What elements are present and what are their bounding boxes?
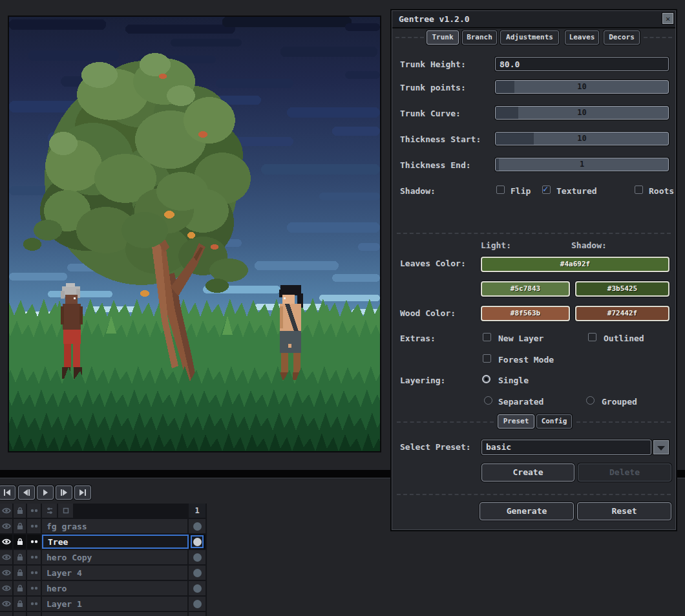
layer-visibility-toggle[interactable] — [0, 535, 12, 549]
thickness-end-slider[interactable]: 1 — [495, 158, 669, 171]
layer-lock-toggle[interactable] — [14, 566, 26, 580]
grouped-radio[interactable] — [586, 396, 595, 405]
reset-button[interactable]: Reset — [577, 502, 671, 520]
thickness-start-label: Thickness Start: — [400, 134, 481, 144]
separated-label[interactable]: Separated — [498, 397, 543, 407]
leaves-light-color-button[interactable]: #5c7843 — [481, 281, 570, 297]
flip-checkbox[interactable] — [496, 186, 505, 194]
cel[interactable] — [189, 519, 206, 533]
layer-name[interactable]: hero Copy — [42, 550, 187, 564]
flip-label[interactable]: Flip — [511, 186, 531, 196]
grouped-label[interactable]: Grouped — [602, 397, 637, 407]
layer-lock-toggle[interactable] — [14, 550, 26, 564]
next-frame-button[interactable] — [56, 485, 72, 500]
roots-checkbox[interactable] — [635, 186, 643, 194]
wood-light-color-button[interactable]: #8f563b — [481, 306, 570, 321]
layer-visibility-toggle[interactable] — [0, 566, 12, 580]
shadow-header: Shadow: — [571, 240, 607, 250]
first-frame-button[interactable] — [0, 485, 16, 500]
trunk-height-input[interactable] — [495, 57, 669, 71]
layer-lock-toggle[interactable] — [14, 597, 26, 611]
leaves-main-color-button[interactable]: #4a692f — [481, 257, 669, 272]
preset-dropdown[interactable]: basic — [481, 440, 651, 455]
layer-visibility-toggle[interactable] — [0, 550, 12, 564]
layer-continuous-toggle[interactable] — [27, 535, 41, 549]
artwork — [9, 17, 380, 451]
trunk-curve-label: Trunk Curve: — [400, 109, 461, 118]
delete-button[interactable]: Delete — [578, 463, 671, 482]
new-layer-label[interactable]: New Layer — [498, 334, 543, 343]
thickness-start-slider[interactable]: 10 — [495, 132, 669, 145]
separator — [397, 494, 671, 495]
layer-lock-toggle[interactable] — [14, 581, 26, 595]
dialog-titlebar[interactable]: Gentree v1.2.0 — [392, 11, 675, 28]
create-button[interactable]: Create — [481, 463, 574, 482]
sprite-canvas[interactable] — [8, 16, 381, 452]
toggle-all-visibility[interactable] — [0, 504, 12, 518]
cel[interactable] — [189, 535, 206, 549]
cel-dot — [193, 600, 202, 608]
tab-config[interactable]: Config — [536, 414, 572, 429]
new-layer-checkbox[interactable] — [483, 333, 491, 341]
previous-frame-button[interactable] — [18, 485, 35, 500]
outlined-checkbox[interactable] — [588, 333, 596, 341]
play-button[interactable] — [37, 485, 54, 500]
cel[interactable] — [189, 597, 206, 611]
last-frame-button[interactable] — [74, 485, 91, 500]
layer-lock-toggle[interactable] — [14, 519, 26, 533]
tab-adjustments[interactable]: Adjustments — [500, 30, 559, 45]
toggle-all-continuous[interactable] — [27, 504, 41, 518]
preset-dropdown-arrow[interactable] — [653, 440, 669, 455]
timeline-settings-button[interactable] — [42, 504, 57, 518]
single-label[interactable]: Single — [498, 376, 529, 385]
cel[interactable] — [189, 566, 206, 580]
outlined-label[interactable]: Outlined — [604, 334, 644, 343]
trunk-points-label: Trunk points: — [400, 83, 466, 92]
textured-checkbox[interactable]: ✓ — [542, 186, 551, 194]
generate-button[interactable]: Generate — [480, 502, 574, 520]
continuous-dots-icon — [30, 553, 39, 561]
tab-trunk[interactable]: Trunk — [427, 30, 459, 45]
layering-label: Layering: — [400, 376, 445, 385]
layer-continuous-toggle[interactable] — [27, 550, 41, 564]
separator — [397, 233, 671, 234]
layer-continuous-toggle[interactable] — [27, 581, 41, 595]
layer-continuous-toggle — [27, 612, 41, 616]
forest-mode-label[interactable]: Forest Mode — [498, 355, 554, 365]
trunk-points-slider[interactable]: 10 — [495, 80, 669, 94]
roots-label[interactable]: Roots — [649, 186, 674, 196]
cel[interactable] — [189, 550, 206, 564]
layer-name[interactable]: hero — [42, 581, 187, 595]
wood-shadow-color-button[interactable]: #72442f — [575, 306, 669, 321]
slider-value: 1 — [496, 160, 668, 169]
layer-name[interactable]: Layer 4 — [42, 566, 187, 580]
layer-lock-toggle[interactable] — [14, 535, 26, 549]
layer-visibility-toggle[interactable] — [0, 581, 12, 595]
layer-visibility-toggle[interactable] — [0, 597, 12, 611]
onion-skin-button[interactable] — [58, 504, 73, 518]
layer-continuous-toggle[interactable] — [27, 597, 41, 611]
layer-visibility-toggle[interactable] — [0, 519, 12, 533]
eye-icon — [2, 584, 11, 592]
tab-branch[interactable]: Branch — [462, 30, 497, 45]
textured-label[interactable]: Textured — [556, 186, 597, 196]
forest-mode-checkbox[interactable] — [483, 354, 491, 363]
separated-radio[interactable] — [484, 396, 492, 405]
layer-continuous-toggle[interactable] — [27, 519, 41, 533]
frame-header[interactable]: 1 — [189, 504, 206, 518]
tab-decors[interactable]: Decors — [604, 30, 640, 45]
tab-leaves[interactable]: Leaves — [565, 30, 599, 45]
layer-name[interactable]: Tree — [42, 535, 189, 549]
tab-preset[interactable]: Preset — [498, 414, 534, 429]
onion-skin-icon — [62, 507, 70, 515]
trunk-curve-slider[interactable]: 10 — [495, 106, 669, 120]
layer-name[interactable]: fg grass — [42, 519, 187, 533]
leaves-shadow-color-button[interactable]: #3b5425 — [575, 281, 669, 297]
layer-name[interactable]: Layer 1 — [42, 597, 187, 611]
tab-dash-left — [395, 37, 424, 38]
cel[interactable] — [189, 581, 206, 595]
toggle-all-lock[interactable] — [14, 504, 26, 518]
close-button[interactable]: ✕ — [662, 12, 674, 25]
layer-continuous-toggle[interactable] — [27, 566, 41, 580]
single-radio[interactable] — [482, 375, 490, 383]
